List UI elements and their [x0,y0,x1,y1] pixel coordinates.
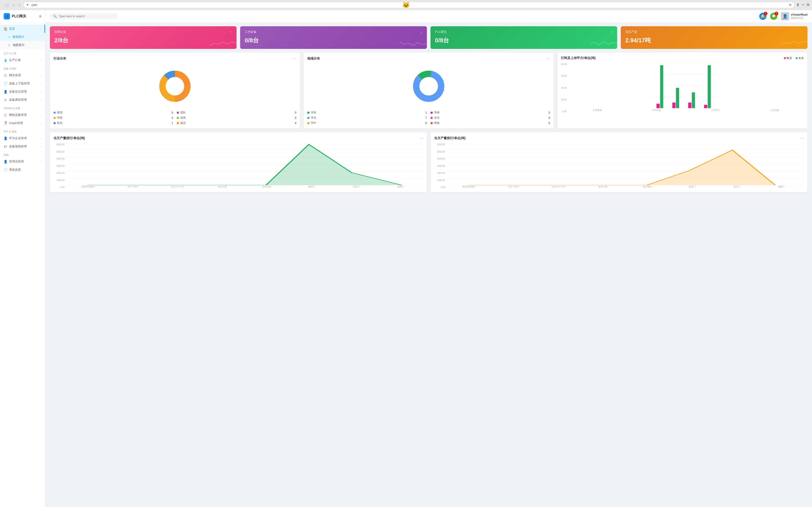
share-icon[interactable]: ⬆ [796,3,799,7]
east-value: 1 [425,111,427,114]
hotel-dot [177,122,179,124]
monthly-x-label-0: 国家开发银行 [447,185,491,188]
daily-chart-svg [66,143,423,185]
legend-yesterday: 昨天 [784,56,792,60]
x-label-upload-count: 上传次数 [745,109,804,112]
yesterday-dot [784,57,786,59]
sidebar-item-device-locate-label: 设备定位管理 [9,90,27,94]
notification-bell-btn[interactable]: 🔔 1 [759,13,766,20]
search-box[interactable]: 🔍 [50,13,118,19]
chart-region-title: 地域分布 [307,57,320,61]
monthly-y-0: 0.00 [441,186,445,188]
network-flow-icon: ⬡ [4,113,7,117]
stat-card-working-header: 工作设备 ↓ [245,30,422,35]
gateway-arrow: › [41,74,42,77]
chart-monthly-menu[interactable]: ··· [801,136,804,140]
daily-y-6000: 6000.00 [56,143,64,146]
new-tab-icon[interactable]: + [802,3,804,7]
sidebar-item-device-debug[interactable]: ⚠ 设备调试管理 › [0,96,45,104]
south-dot [430,112,433,114]
app-layout: 🔵 PLC网关 ≡ 🏠 首页 ∨ ○ 数据统计 ○ 地图展示 生产 & 订单 [0,10,812,507]
chart-industry-dist: 行业分布 ··· [50,53,300,128]
chart-monthly-output: 当月产量排行/单位(吨) ··· 6000.00 5000.00 4000.00… [430,132,807,192]
sidebar-item-crash-mgmt[interactable]: ❓ Crash管理 › [0,119,45,127]
section-label-device: 设备 & 维护 [0,64,45,71]
chart-daily-menu[interactable]: ··· [420,136,423,140]
section-label-crash: CRASH & 流量 [0,104,45,111]
sidebar-item-production-order[interactable]: 💧 生产订单 › [0,56,45,64]
stat-card-plc-title: PLC通讯 [435,30,447,34]
section-label-other: 其他 [0,151,45,158]
sidebar-item-device-locate[interactable]: 👤 设备定位管理 › [0,88,45,96]
device-debug-arrow: › [41,99,42,101]
sidebar-item-admin-mgmt[interactable]: 👤 管理员管理 › [0,158,45,166]
daily-y-axis: 6000.00 5000.00 4000.00 3000.00 2000.00 … [53,143,66,188]
monthly-y-6000: 6000.00 [437,143,445,146]
monthly-x-label-5: 建国门 [670,185,715,188]
browser-back-btn[interactable]: ⬜ [3,2,10,8]
troops-label: 部队 [180,111,293,115]
daily-area-fill [88,145,402,185]
search-input[interactable] [59,14,115,18]
monthly-svg-area: 国家开发银行 北京十五中 北京六十六中 远洋大厦 技术测试 建国门 宣武门 威斯… [447,143,804,188]
main-content: 🔍 🔔 1 💬 8 👤 nYuserRoot 超级管理员 [45,10,812,507]
map-view-icon: ○ [7,43,11,47]
svg-point-5 [416,74,441,99]
east-label: 华东 [311,111,424,115]
region-donut-legend: 华东 1 华南 0 华北 7 [307,111,550,125]
sidebar: 🔵 PLC网关 ≡ 🏠 首页 ∨ ○ 数据统计 ○ 地图展示 生产 & 订单 [0,10,45,507]
central-value: 0 [425,121,427,125]
chart-daily-header: 当天产量排行/单位(吨) ··· [53,136,423,140]
yesterday-label: 昨天 [786,56,792,60]
sidebar-item-data-stats[interactable]: ○ 数据统计 [0,33,45,41]
industry-donut-svg [157,68,193,104]
legend-today: 今天 [796,56,804,60]
sidebar-menu-toggle[interactable]: ≡ [39,14,42,19]
chart-industry-menu[interactable]: ··· [293,56,296,61]
sidebar-item-device-online[interactable]: 📄 设备上下线管理 › [0,79,45,88]
daily-x-label-4: 技术测试 [245,185,289,188]
notification-badge-2: 8 [775,12,778,15]
sidebar-item-gateway-mgmt[interactable]: ⬡ 网关管理 › [0,71,45,79]
data-stats-icon: ○ [7,35,11,39]
sidebar-item-home[interactable]: 🏠 首页 ∨ [0,25,45,33]
industry-donut-container [53,64,296,109]
troops-dot [177,112,179,114]
bar-upload-count-today [708,65,711,108]
daily-x-label-7: 威斯汀 [378,185,423,188]
notification-msg-btn[interactable]: 💬 8 [770,13,777,20]
sidebar-logo-icon: 🔵 [5,15,9,18]
site-arrow: › [41,145,42,148]
troops-value: 0 [295,111,296,114]
beating-chart-area: 40.00 30.00 20.00 10.00 0.00 [561,63,804,113]
prison-value: 0 [295,116,296,119]
south-label: 华南 [434,111,547,115]
user-info[interactable]: 👤 nYuserRoot 超级管理员 [781,12,807,20]
hotel-label: 饭店 [180,121,293,125]
top-bar: 🔍 🔔 1 💬 8 👤 nYuserRoot 超级管理员 [45,10,812,23]
sidebar-item-network-flow[interactable]: ⬡ 网络流量管理 › [0,111,45,119]
stat-card-working-chart [400,38,427,49]
y-label-40: 40.00 [561,63,567,65]
client-arrow: › [41,137,42,139]
browser-back-arrow[interactable]: ‹ [12,2,16,8]
sidebar-item-map-view[interactable]: ○ 地图展示 [0,41,45,49]
sidebar-item-system-settings[interactable]: 📄 系统设置 [0,166,45,174]
industry-donut-legend: 医院 0 部队 0 学校 3 [53,111,296,125]
browser-forward-arrow[interactable]: › [17,2,21,8]
sidebar-item-home-label: 首页 [9,27,15,31]
northeast-label: 东北 [434,116,547,120]
chart-region-menu[interactable]: ··· [547,56,550,61]
monthly-x-labels: 国家开发银行 北京十五中 北京六十六中 远洋大厦 技术测试 建国门 宣武门 威斯… [447,185,804,188]
refresh-icon[interactable]: ↻ [789,3,792,7]
sidebar-item-client-mgmt[interactable]: 👤 甲方企业管理 › [0,134,45,143]
sidebar-title: PLC网关 [12,14,26,19]
stat-card-plc: PLC通讯 ↑ 0/8台 [430,26,617,49]
stat-card-install-chart [780,38,807,49]
legend-office: 机关 1 [53,121,173,125]
copy-icon[interactable]: ⧉ [807,3,809,7]
chart-beating-upload: 打料及上传甲方/单位(吨) 昨天 今天 [557,53,807,128]
sidebar-item-site-mgmt[interactable]: 🏷 设备场地管理 › [0,143,45,151]
bar-beat-weight-today [660,65,663,108]
southwest-label: 西南 [434,121,547,125]
